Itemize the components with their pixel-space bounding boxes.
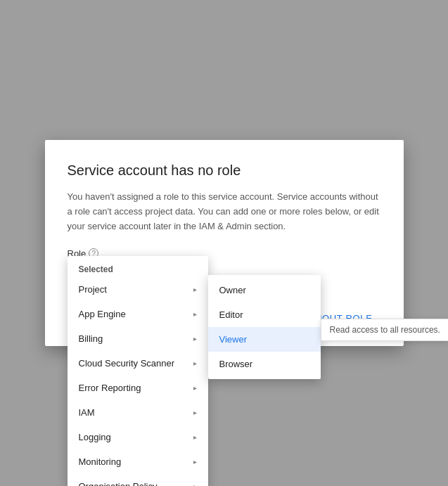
role-dropdown-menu: Selected Project ▸ App Engine ▸ Billing … (68, 256, 208, 486)
dropdown-item-project[interactable]: Project ▸ (68, 277, 208, 302)
dropdown-item-monitoring[interactable]: Monitoring ▸ (68, 449, 208, 474)
tooltip-text: Read access to all resources. (330, 325, 440, 335)
dropdown-item-label: Monitoring (79, 456, 122, 467)
dropdown-item-error-reporting[interactable]: Error Reporting ▸ (68, 376, 208, 400)
chevron-right-icon: ▸ (193, 458, 197, 466)
dropdown-item-cloud-security-scanner[interactable]: Cloud Security Scanner ▸ (68, 351, 208, 376)
dropdown-item-label: Organisation Policy (79, 481, 158, 486)
dropdown-item-label: Project (79, 284, 107, 295)
dropdown-item-label: Cloud Security Scanner (79, 358, 175, 369)
viewer-tooltip: Read access to all resources. (321, 319, 449, 341)
dropdown-item-iam[interactable]: IAM ▸ (68, 400, 208, 425)
chevron-right-icon: ▸ (193, 433, 197, 441)
chevron-right-icon: ▸ (193, 286, 197, 293)
project-submenu: Owner Editor Viewer Browser (208, 275, 321, 379)
chevron-right-icon: ▸ (193, 409, 197, 416)
dropdown-item-label: IAM (79, 407, 95, 418)
submenu-item-owner[interactable]: Owner (208, 278, 321, 302)
dropdown-item-organisation-policy[interactable]: Organisation Policy ▸ (68, 474, 208, 486)
chevron-right-icon: ▸ (193, 359, 197, 367)
dropdown-item-appengine[interactable]: App Engine ▸ (68, 302, 208, 326)
submenu-item-viewer[interactable]: Viewer (208, 327, 321, 352)
chevron-right-icon: ▸ (193, 482, 197, 486)
submenu-item-browser[interactable]: Browser (208, 352, 321, 376)
dropdown-item-label: Error Reporting (79, 383, 141, 393)
dropdown-item-billing[interactable]: Billing ▸ (68, 326, 208, 351)
dropdown-item-logging[interactable]: Logging ▸ (68, 425, 208, 449)
chevron-right-icon: ▸ (193, 335, 197, 343)
dropdown-item-label: Logging (79, 432, 111, 442)
dropdown-section-label: Selected (68, 259, 208, 277)
dropdown-item-label: App Engine (79, 309, 126, 319)
submenu-item-editor[interactable]: Editor (208, 302, 321, 327)
dialog-title: Service account has no role (68, 162, 381, 179)
dialog-description: You haven't assigned a role to this serv… (68, 190, 381, 234)
chevron-right-icon: ▸ (193, 384, 197, 392)
chevron-right-icon: ▸ (193, 310, 197, 318)
dropdown-item-label: Billing (79, 333, 103, 344)
dialog: Service account has no role You haven't … (45, 140, 404, 345)
